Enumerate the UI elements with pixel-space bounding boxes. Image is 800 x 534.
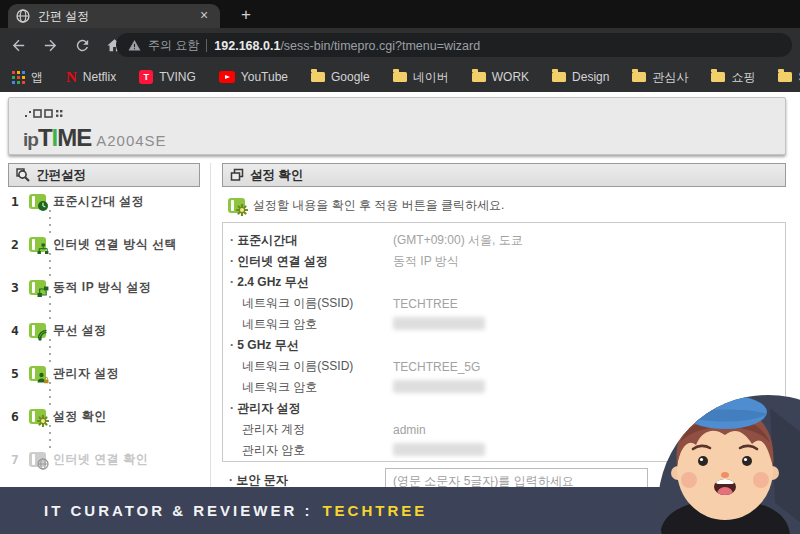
- main-panel-header: 설정 확인: [222, 163, 786, 187]
- netflix-icon: N: [66, 70, 77, 84]
- step-label: 표준시간대 설정: [53, 193, 144, 210]
- step-number: 4: [8, 323, 22, 338]
- panel-divider: [210, 163, 211, 493]
- browser-tab-bar: 간편 설정 × +: [0, 0, 800, 28]
- url-text: 192.168.0.1/sess-bin/timepro.cgi?tmenu=w…: [214, 36, 480, 54]
- setting-row-5ghz: 5 GHz 무선: [223, 335, 785, 356]
- setting-label: 2.4 GHz 무선: [230, 274, 309, 291]
- window-copy-icon: [230, 168, 244, 182]
- bookmark-label: 네이버: [413, 69, 449, 86]
- setting-row-24ghz: 2.4 GHz 무선: [223, 272, 785, 293]
- step-connector: [49, 425, 51, 450]
- bookmark-folder-naver[interactable]: 네이버: [393, 69, 449, 86]
- bookmark-label: Netflix: [83, 70, 116, 84]
- bookmarks-bar: 앱 N Netflix T TVING YouTube Google 네이버 W…: [0, 62, 800, 92]
- reload-button[interactable]: [68, 31, 96, 59]
- setting-row-timezone: 표준시간대 (GMT+09:00) 서울, 도쿄: [223, 230, 785, 251]
- setting-label: 네트워크 이름(SSID): [242, 358, 353, 375]
- setting-value: 동적 IP 방식: [393, 253, 459, 270]
- confirm-gear-icon: [228, 198, 245, 213]
- dynamic-ip-icon: [29, 280, 46, 295]
- step-internet-type[interactable]: 2 인터넷 연결 방식 선택: [8, 235, 203, 253]
- step-connector: [49, 296, 51, 321]
- forward-button[interactable]: [36, 31, 64, 59]
- router-model: A2004SE: [96, 132, 166, 149]
- step-label: 인터넷 연결 방식 선택: [53, 236, 177, 253]
- bookmark-folder-work[interactable]: WORK: [472, 70, 529, 84]
- folder-icon: [711, 72, 725, 82]
- setting-label: 네트워크 암호: [242, 316, 317, 333]
- bookmark-folder-shopping[interactable]: 쇼핑: [711, 69, 755, 86]
- bookmark-apps[interactable]: 앱: [12, 69, 43, 86]
- sidebar-header: 간편설정: [8, 163, 200, 187]
- new-tab-button[interactable]: +: [234, 4, 258, 26]
- main-panel-title: 설정 확인: [250, 167, 303, 184]
- back-arrow-icon: [10, 37, 27, 54]
- bookmark-label: TVING: [159, 70, 196, 84]
- address-bar[interactable]: 주의 요함 192.168.0.1/sess-bin/timepro.cgi?t…: [116, 33, 792, 57]
- setting-label: 네트워크 이름(SSID): [242, 295, 353, 312]
- clock-icon: [29, 194, 46, 209]
- bookmark-label: 관심사: [652, 69, 688, 86]
- setting-value: TECHTREE: [393, 297, 458, 311]
- tab-title: 간편 설정: [38, 8, 188, 25]
- setting-label: 관리자 암호: [242, 442, 305, 459]
- bookmark-label: WORK: [492, 70, 529, 84]
- tab-favicon-globe-icon: [16, 9, 30, 23]
- bookmark-tving[interactable]: T TVING: [139, 70, 196, 84]
- bookmark-label: 쇼핑: [731, 69, 755, 86]
- folder-icon: [778, 72, 792, 82]
- setting-row-password-24: 네트워크 암호: [223, 314, 785, 335]
- bookmark-folder-design[interactable]: Design: [552, 70, 609, 84]
- instruction-text: 설정할 내용을 확인 후 적용 버튼을 클릭하세요.: [253, 197, 504, 214]
- folder-icon: [472, 72, 486, 82]
- masked-value: [393, 443, 485, 459]
- bookmark-folder-google[interactable]: Google: [311, 70, 370, 84]
- step-label: 동적 IP 방식 설정: [53, 279, 152, 296]
- network-icon: [29, 237, 46, 252]
- apps-grid-icon: [12, 71, 25, 84]
- setting-value: TECHTREE_5G: [393, 360, 480, 374]
- logo-me: ME: [57, 124, 91, 152]
- step-connector: [49, 382, 51, 407]
- folder-icon: [393, 72, 407, 82]
- security-warning-label: 주의 요함: [148, 37, 199, 54]
- step-number: 5: [8, 366, 22, 381]
- bookmark-netflix[interactable]: N Netflix: [66, 70, 116, 84]
- bookmark-label: 앱: [31, 69, 43, 86]
- blurred-password: [393, 317, 485, 330]
- screenshot-root: 간편 설정 × + 주의 요함 192.168.0.1/sess-bin/tim…: [0, 0, 800, 534]
- step-connector: [49, 210, 51, 235]
- step-label: 인터넷 연결 확인: [53, 451, 148, 468]
- logo-ip: ip: [23, 129, 38, 151]
- url-divider: [206, 39, 207, 52]
- masked-value: [393, 317, 485, 333]
- globe-icon: [29, 452, 46, 467]
- bookmark-folder-interests[interactable]: 관심사: [632, 69, 688, 86]
- step-number: 7: [8, 452, 22, 467]
- setting-value: (GMT+09:00) 서울, 도쿄: [393, 232, 523, 249]
- browser-tab[interactable]: 간편 설정 ×: [8, 4, 220, 28]
- step-timezone[interactable]: 1 표준시간대 설정: [8, 192, 203, 210]
- step-label: 관리자 설정: [53, 365, 119, 382]
- folder-icon: [311, 72, 325, 82]
- bookmark-folder-sns[interactable]: SNS: [778, 70, 800, 84]
- bookmark-youtube[interactable]: YouTube: [219, 70, 288, 84]
- step-dynamic-ip[interactable]: 3 동적 IP 방식 설정: [8, 278, 203, 296]
- step-admin[interactable]: 5 관리자 설정: [8, 364, 203, 382]
- step-connector: [49, 339, 51, 364]
- step-number: 6: [8, 409, 22, 424]
- step-number: 3: [8, 280, 22, 295]
- tab-close-icon[interactable]: ×: [196, 8, 212, 24]
- banner-text: IT CURATOR & REVIEWER :: [44, 502, 312, 519]
- step-confirm[interactable]: 6 설정 확인: [8, 407, 203, 425]
- folder-icon: [552, 72, 566, 82]
- step-wireless[interactable]: 4 무선 설정: [8, 321, 203, 339]
- step-number: 1: [8, 194, 22, 209]
- step-internet-check[interactable]: 7 인터넷 연결 확인: [8, 450, 203, 468]
- back-button[interactable]: [4, 31, 32, 59]
- setting-label: 관리자 설정: [230, 400, 301, 417]
- bookmark-label: Google: [331, 70, 370, 84]
- url-host: 192.168.0.1: [214, 39, 280, 53]
- tving-icon: T: [139, 70, 153, 84]
